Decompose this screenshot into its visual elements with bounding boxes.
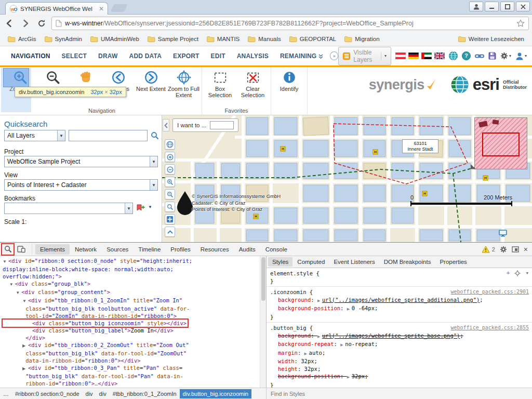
quicksearch-input[interactable]	[69, 130, 148, 141]
css-property[interactable]: width: 32px;	[270, 357, 529, 365]
bookmarks-overflow[interactable]: Weitere Lesezeichen	[455, 35, 528, 43]
tab-close-icon[interactable]: ✕	[99, 6, 104, 11]
menu-tab-add-data[interactable]: ADD DATA	[124, 52, 167, 60]
map-tool-map-zoom-in[interactable]	[165, 152, 175, 162]
help-button[interactable]: ?	[462, 51, 471, 60]
bookmark-item-arcgis[interactable]: ArcGis	[4, 35, 40, 43]
map-tool-map-mag-plus[interactable]	[165, 177, 175, 187]
devtools-tab-elements[interactable]: Elements	[35, 244, 70, 255]
dom-tree-line[interactable]: </div>	[3, 334, 260, 341]
flag-uae-icon[interactable]	[421, 52, 432, 59]
breadcrumb-item[interactable]: #ribbon:0 section:0_node	[12, 389, 83, 398]
devtools-close-icon[interactable]: ×	[524, 247, 528, 252]
browser-tab[interactable]: wO SYNERGIS WebOffice Wel ✕	[5, 2, 108, 15]
maximize-button[interactable]	[500, 2, 514, 11]
settings-button[interactable]: ▾	[500, 52, 511, 60]
view-select[interactable]: Points of Interest + Cadaster▼	[4, 179, 158, 191]
expand-icon[interactable]: ▾	[525, 270, 529, 277]
map-tool-map-mag-minus[interactable]	[165, 189, 175, 200]
add-bookmark-icon[interactable]	[136, 204, 145, 211]
dom-tree-line[interactable]: ▶<div id="tbb_ribbon:0_2_ZoomOut" title=…	[3, 341, 260, 350]
dom-tree-line[interactable]: class="button_big_blk" data-for-tool-id=…	[3, 350, 260, 357]
inspect-element-button[interactable]	[2, 244, 14, 255]
devtools-tab-audits[interactable]: Audits	[234, 244, 260, 255]
styles-tab-properties[interactable]: Properties	[435, 257, 471, 267]
warning-icon[interactable]	[482, 246, 490, 253]
devtools-tab-network[interactable]: Network	[70, 244, 101, 255]
dom-tree-line[interactable]: data-in-ribbon-id="ribbon:0"></div>	[3, 357, 260, 364]
bookmark-star-icon[interactable]	[516, 19, 525, 28]
map-tool-map-zoom-out[interactable]	[165, 164, 175, 175]
globe-button[interactable]	[449, 51, 458, 60]
bookmark-item-sample-project[interactable]: Sample Project	[144, 35, 202, 43]
address-bar[interactable]: w-ws-wintner/WebOffice/synserver;jsessio…	[51, 17, 529, 30]
fullscreen-icon[interactable]	[499, 230, 507, 237]
element-states-icon[interactable]	[514, 270, 521, 276]
overview-collapse-icon[interactable]	[470, 163, 476, 170]
dom-tree-line[interactable]: class="button_big_blk toolbutton_active"…	[3, 305, 260, 312]
stylesheet-link[interactable]: weboffice_packed.css:2855	[450, 324, 529, 332]
devtools-settings-icon[interactable]	[500, 246, 507, 253]
menu-tab-edit[interactable]: EDIT	[205, 52, 231, 60]
project-select[interactable]: WebOffice Sample Project▼	[4, 156, 158, 167]
devtools-tab-profiles[interactable]: Profiles	[166, 244, 195, 255]
i-want-to-box[interactable]: I want to ...	[172, 118, 238, 132]
css-property[interactable]: background: ▶url("../images/weboffice_sp…	[270, 332, 529, 341]
overview-map[interactable]	[474, 117, 527, 169]
breadcrumb-item[interactable]: div	[83, 389, 96, 398]
flag-uk-icon[interactable]	[434, 52, 445, 59]
visible-layers-button[interactable]: Visible Layers ▾	[338, 47, 391, 65]
styles-tab-dom-breakpoints[interactable]: DOM Breakpoints	[380, 257, 435, 267]
breadcrumb-item[interactable]: div	[96, 389, 110, 398]
css-property[interactable]: height: 32px;	[270, 365, 529, 373]
map-tool-map-target[interactable]	[165, 214, 175, 224]
dom-tree-line[interactable]: <div class="button_big_label">Zoom In</d…	[3, 327, 260, 334]
rule-selector[interactable]: .button_big	[270, 325, 307, 331]
devtools-tab-console[interactable]: Console	[261, 244, 292, 255]
scrollbar-thumb[interactable]	[261, 257, 265, 301]
dom-tree-line[interactable]: ▼<div id="ribbon:0 section:0_node" style…	[3, 257, 260, 265]
bookmark-menu-icon[interactable]: ▼	[148, 205, 152, 209]
link-button[interactable]	[475, 53, 484, 59]
refresh-button[interactable]	[35, 17, 48, 30]
close-window-button[interactable]	[516, 2, 530, 11]
save-button[interactable]	[488, 52, 496, 60]
bookmark-item-manuals[interactable]: Manuals	[244, 35, 284, 43]
i-want-to-input[interactable]	[210, 121, 234, 129]
dom-tree[interactable]: ▼<div id="ribbon:0 section:0_node" style…	[0, 256, 260, 388]
bookmark-item-umadminweb[interactable]: UMAdminWeb	[87, 35, 143, 43]
dom-tree-line[interactable]: display:inline-block;white-space: normal…	[3, 265, 260, 273]
devtools-tab-resources[interactable]: Resources	[196, 244, 234, 255]
profile-button[interactable]	[469, 2, 483, 11]
minimize-button[interactable]	[485, 2, 499, 11]
new-tab-button[interactable]	[111, 4, 128, 12]
user-button[interactable]: ▾	[515, 52, 527, 60]
device-mode-button[interactable]	[15, 244, 28, 255]
dom-tree-line[interactable]: tool-id="ZoomIn" data-in-ribbon-id="ribb…	[3, 312, 260, 320]
dom-tree-line[interactable]: ▶<div id="tbb_ribbon:0_3_Pan" title="Pan…	[3, 364, 260, 373]
tool-box-selection[interactable]: Box Selection	[204, 69, 236, 98]
url-text[interactable]: w-ws-wintner/WebOffice/synserver;jsessio…	[65, 20, 513, 27]
rule-selector[interactable]: element.style	[270, 270, 313, 276]
back-button[interactable]	[3, 17, 16, 30]
breadcrumb-item[interactable]: …	[0, 389, 12, 398]
dom-tree-line[interactable]: "button_big_blk" data-for-tool-id="Pan" …	[3, 373, 260, 380]
bookmark-item-mantis[interactable]: MANTIS	[203, 35, 243, 43]
menu-tab-draw[interactable]: DRAW	[92, 52, 123, 60]
devtools-tab-sources[interactable]: Sources	[102, 244, 133, 255]
bookmark-select[interactable]: ▼	[4, 203, 133, 214]
forward-button[interactable]	[19, 17, 32, 30]
rule-selector[interactable]: .iconzoomin	[270, 289, 307, 295]
find-styles-input[interactable]	[267, 391, 532, 397]
dock-icon[interactable]	[512, 246, 519, 252]
bookmark-item-synadmin[interactable]: SynAdmin	[41, 35, 86, 43]
styles-tab-styles[interactable]: Styles	[268, 257, 292, 267]
css-property[interactable]: background-position: ▶32px;	[270, 373, 529, 381]
bookmark-item-migration[interactable]: Migration	[341, 35, 383, 43]
stylesheet-link[interactable]: weboffice_packed.css:2901	[450, 288, 529, 296]
tool-clear-selection[interactable]: Clear Selection	[236, 69, 269, 98]
styles-tab-computed[interactable]: Computed	[293, 257, 329, 267]
overview-extent-rect[interactable]	[482, 132, 520, 156]
bookmark-item-geoportal[interactable]: GEOPORTAL	[286, 35, 340, 43]
breadcrumb-item[interactable]: #tbb_ribbon:0_1_ZoomIn	[110, 389, 180, 398]
